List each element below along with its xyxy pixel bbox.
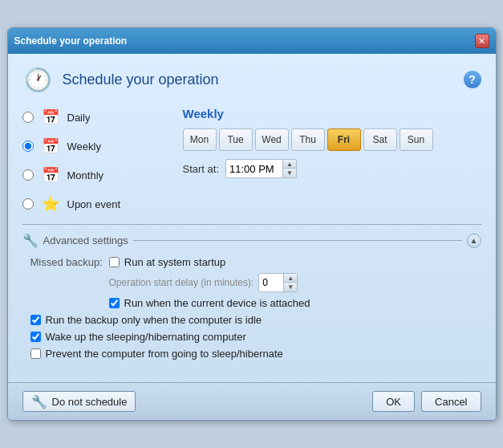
header-title: Schedule your operation <box>63 71 219 88</box>
advanced-content: Missed backup: Run at system startup Ope… <box>22 256 481 360</box>
run-at-startup-checkbox[interactable] <box>109 257 120 267</box>
run-at-startup-label: Run at system startup <box>124 256 225 268</box>
time-input[interactable]: 11:00 PM <box>226 160 282 177</box>
weekly-label: Weekly <box>67 141 101 153</box>
delay-spin-buttons: ▲ ▼ <box>283 274 297 291</box>
dialog: Schedule your operation ✕ 🕐 Schedule you… <box>7 27 497 421</box>
delay-input-wrapper: 0 ▲ ▼ <box>258 273 298 292</box>
weekly-panel: Weekly Mon Tue Wed Thu Fri Sat Sun Start… <box>167 107 481 214</box>
do-not-schedule-icon: 🔧 <box>31 394 47 409</box>
time-spin-down[interactable]: ▼ <box>283 169 296 177</box>
day-btn-mon[interactable]: Mon <box>183 128 217 151</box>
advanced-label: Advanced settings <box>43 234 128 246</box>
wake-up-row: Wake up the sleeping/hibernating compute… <box>30 331 481 343</box>
radio-daily[interactable] <box>22 112 34 123</box>
do-not-schedule-label: Do not schedule <box>52 396 128 408</box>
delay-row: Operation start delay (in minutes): 0 ▲ … <box>30 273 481 292</box>
schedule-icon: 🕐 <box>22 63 55 96</box>
header-row: 🕐 Schedule your operation ? <box>22 63 481 96</box>
time-spin-up[interactable]: ▲ <box>283 160 296 169</box>
prevent-sleep-label: Prevent the computer from going to sleep… <box>46 348 283 360</box>
wake-up-label: Wake up the sleeping/hibernating compute… <box>46 331 246 343</box>
schedule-options: 📅 Daily 📅 Weekly 📅 Monthly <box>22 107 167 214</box>
delay-spin-up[interactable]: ▲ <box>284 274 297 283</box>
day-btn-thu[interactable]: Thu <box>291 128 325 151</box>
run-only-idle-row: Run the backup only when the computer is… <box>30 314 481 326</box>
missed-backup-row: Missed backup: Run at system startup <box>30 256 481 268</box>
time-spin-buttons: ▲ ▼ <box>282 160 296 177</box>
time-input-wrapper: 11:00 PM ▲ ▼ <box>225 159 297 178</box>
close-button[interactable]: ✕ <box>475 34 489 48</box>
do-not-schedule-button[interactable]: 🔧 Do not schedule <box>22 391 136 412</box>
ok-button[interactable]: OK <box>372 391 415 412</box>
day-btn-sun[interactable]: Sun <box>400 128 433 151</box>
day-btn-sat[interactable]: Sat <box>363 128 397 151</box>
help-button[interactable]: ? <box>464 71 481 88</box>
wrench-icon: 🔧 <box>22 233 39 248</box>
advanced-line <box>133 240 462 241</box>
missed-backup-label: Missed backup: <box>30 256 103 268</box>
cancel-button[interactable]: Cancel <box>421 391 481 412</box>
dialog-content: 🕐 Schedule your operation ? 📅 Daily 📅 We… <box>8 54 496 374</box>
radio-weekly[interactable] <box>22 141 34 152</box>
radio-monthly[interactable] <box>22 169 34 181</box>
prevent-sleep-row: Prevent the computer from going to sleep… <box>30 348 481 360</box>
wake-up-checkbox[interactable] <box>30 332 41 342</box>
schedule-option-upon-event: ⭐ Upon event <box>22 193 167 214</box>
divider <box>22 224 481 225</box>
schedule-option-monthly: 📅 Monthly <box>22 165 167 185</box>
schedule-area: 📅 Daily 📅 Weekly 📅 Monthly <box>22 107 481 214</box>
event-icon: ⭐ <box>40 193 61 214</box>
monthly-icon: 📅 <box>40 165 61 185</box>
footer: 🔧 Do not schedule OK Cancel <box>8 382 496 420</box>
day-btn-fri[interactable]: Fri <box>327 128 361 151</box>
prevent-sleep-checkbox[interactable] <box>30 348 41 359</box>
delay-input[interactable]: 0 <box>259 275 283 291</box>
start-at-label: Start at: <box>183 163 220 175</box>
run-only-idle-label: Run the backup only when the computer is… <box>46 314 262 326</box>
advanced-settings-header: 🔧 Advanced settings ▲ <box>22 233 481 248</box>
run-when-attached-row: Run when the current device is attached <box>30 297 481 309</box>
dialog-title: Schedule your operation <box>14 35 128 47</box>
delay-label: Operation start delay (in minutes): <box>109 277 254 288</box>
daily-icon: 📅 <box>40 107 61 128</box>
footer-right: OK Cancel <box>372 391 481 412</box>
weekly-title: Weekly <box>183 107 481 120</box>
run-only-idle-checkbox[interactable] <box>30 315 41 325</box>
daily-label: Daily <box>67 112 91 124</box>
delay-spin-down[interactable]: ▼ <box>284 283 297 291</box>
titlebar: Schedule your operation ✕ <box>8 28 496 54</box>
run-when-attached-checkbox[interactable] <box>109 298 120 308</box>
run-when-attached-label: Run when the current device is attached <box>124 297 310 309</box>
run-at-startup-row: Run at system startup <box>109 256 225 268</box>
start-at-row: Start at: 11:00 PM ▲ ▼ <box>183 159 481 178</box>
day-btn-wed[interactable]: Wed <box>255 128 289 151</box>
weekly-icon: 📅 <box>40 136 61 157</box>
upon-event-label: Upon event <box>67 198 121 210</box>
radio-upon-event[interactable] <box>22 198 34 210</box>
advanced-collapse-button[interactable]: ▲ <box>467 234 481 248</box>
day-buttons: Mon Tue Wed Thu Fri Sat Sun <box>183 128 481 151</box>
day-btn-tue[interactable]: Tue <box>219 128 253 151</box>
schedule-option-weekly: 📅 Weekly <box>22 136 167 157</box>
schedule-option-daily: 📅 Daily <box>22 107 167 128</box>
monthly-label: Monthly <box>67 169 104 181</box>
footer-left: 🔧 Do not schedule <box>22 391 136 412</box>
